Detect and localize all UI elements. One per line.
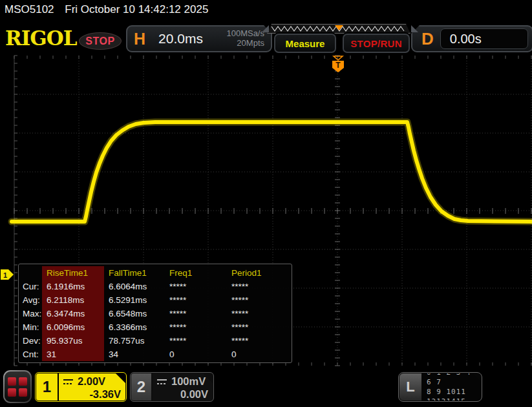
measurement-value: 0 xyxy=(165,350,227,359)
h-box-corner-fold xyxy=(262,25,269,32)
measurement-results-panel: RiseTime1 FallTime1 Freq1 Period1 Cur: 6… xyxy=(18,264,292,363)
measurement-value: ***** xyxy=(165,282,227,291)
channel2-scale: 100mV xyxy=(171,375,206,388)
measurement-value: ***** xyxy=(227,336,292,346)
logic-channel-list: 0 1 2 3 4 5 6 7 8 9 1011 12131415 xyxy=(421,373,481,401)
channel1-offset-marker[interactable]: 1 xyxy=(1,269,14,280)
measurement-value: ***** xyxy=(165,309,227,318)
measurement-value: 34 xyxy=(104,350,165,359)
measurement-value: 6.6548ms xyxy=(104,309,165,318)
measurement-value: 6.0096ms xyxy=(42,320,104,334)
channel1-offset: -3.36V xyxy=(63,388,121,401)
channel2-offset: 0.00V xyxy=(156,388,208,401)
measurement-value: 6.6064ms xyxy=(104,282,165,291)
measurement-row-label: Cur: xyxy=(19,282,42,291)
measurement-value: ***** xyxy=(165,322,227,332)
channel2-block[interactable]: 2 100mV 0.00V xyxy=(130,372,214,402)
menu-grid-icon xyxy=(5,371,30,402)
channel1-number-tab: 1 xyxy=(36,373,58,401)
measurement-value: ***** xyxy=(227,295,292,305)
channel1-scale: 2.00V xyxy=(78,375,105,388)
measurement-value: 95.937us xyxy=(42,334,104,348)
measurement-column-header: RiseTime1 xyxy=(42,266,104,280)
dc-coupling-icon xyxy=(63,378,74,386)
measurement-column-header: FallTime1 xyxy=(104,268,165,278)
oscilloscope-screen: MSO5102 Fri October 10 14:42:12 2025 RIG… xyxy=(0,0,532,407)
logic-analyzer-label: L xyxy=(399,373,421,401)
channel2-settings: 100mV 0.00V xyxy=(153,373,213,401)
measurement-row-label: Dev: xyxy=(19,336,42,346)
measurement-value: ***** xyxy=(227,309,292,318)
channel1-settings: 2.00V -3.36V xyxy=(59,373,125,401)
trigger-position-triangle-icon xyxy=(334,56,343,60)
measurement-value: ***** xyxy=(165,336,227,346)
measurement-row-label: Max: xyxy=(19,309,42,318)
measurement-value: 6.3366ms xyxy=(104,322,165,332)
measurement-value: 6.3474ms xyxy=(42,307,104,320)
measurement-value: 0 xyxy=(227,350,292,359)
measurement-value: ***** xyxy=(227,322,292,332)
measurement-value: 6.2118ms xyxy=(42,293,104,307)
measurement-value: ***** xyxy=(165,295,227,305)
d-box-corner-fold xyxy=(411,25,418,32)
dc-coupling-icon xyxy=(156,378,168,386)
measurement-value: 6.1916ms xyxy=(42,280,104,293)
trigger-position-marker[interactable]: T xyxy=(332,56,344,72)
measurement-row-label: Min: xyxy=(19,322,42,332)
measurement-row-label: Avg: xyxy=(19,295,42,305)
measurement-column-header: Period1 xyxy=(227,268,292,278)
channel1-offset-marker-number: 1 xyxy=(3,271,7,279)
measurement-value: 6.5291ms xyxy=(104,295,165,305)
measurement-row-label: Cnt: xyxy=(19,350,42,359)
logic-analyzer-block[interactable]: L 0 1 2 3 4 5 6 7 8 9 1011 12131415 xyxy=(398,372,482,402)
trigger-marker-letter: T xyxy=(335,61,341,70)
main-menu-button[interactable] xyxy=(3,370,32,403)
channel1-block[interactable]: 1 2.00V -3.36V xyxy=(35,372,127,402)
channel2-number-tab: 2 xyxy=(131,373,151,401)
measurement-value: ***** xyxy=(227,282,292,291)
measurement-value: 78.757us xyxy=(104,336,165,346)
measurement-value: 31 xyxy=(42,348,104,361)
measurement-column-header: Freq1 xyxy=(165,268,227,278)
